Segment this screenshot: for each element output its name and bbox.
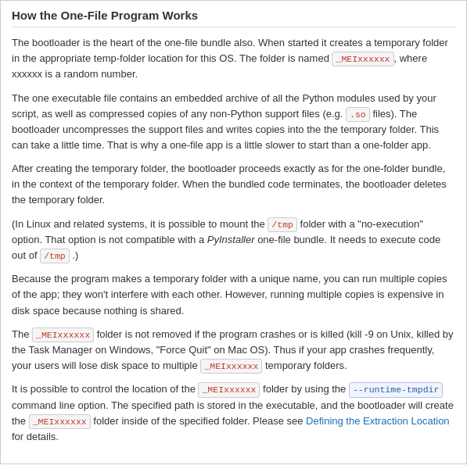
paragraph-7: It is possible to control the location o… [12, 381, 455, 445]
paragraph-2: The one executable file contains an embe… [12, 91, 455, 154]
p1-code1: _MEIxxxxxx [332, 52, 393, 66]
p6-code1: _MEIxxxxxx [32, 327, 94, 342]
p2-code1: .so [346, 107, 370, 122]
paragraph-3: After creating the temporary folder, the… [12, 161, 455, 208]
p6-code2: _MEIxxxxxx [200, 359, 262, 374]
p7-text2: folder by using the [260, 383, 348, 395]
p6-text1: The [12, 328, 32, 340]
p4-code1: /tmp [268, 217, 297, 232]
p3-text1: After creating the temporary folder, the… [12, 163, 447, 206]
p5-text1: Because the program makes a temporary fo… [12, 273, 447, 316]
paragraph-1: The bootloader is the heart of the one-f… [12, 35, 455, 83]
p6-text3: temporary folders. [262, 360, 347, 371]
page-title: How the One-File Program Works [12, 9, 455, 27]
p4-text1: (In Linux and related systems, it is pos… [12, 218, 268, 230]
page-container: How the One-File Program Works The bootl… [0, 0, 467, 464]
paragraph-4: (In Linux and related systems, it is pos… [12, 217, 455, 264]
p7-code2: --runtime-tmpdir [349, 382, 443, 397]
paragraph-6: The _MEIxxxxxx folder is not removed if … [12, 327, 455, 374]
p4-code2: /tmp [40, 249, 70, 263]
p7-text5: for details. [12, 431, 59, 442]
p4-text4: .) [70, 249, 79, 261]
p7-text1: It is possible to control the location o… [12, 383, 198, 395]
p7-code1: _MEIxxxxxx [198, 382, 260, 397]
p7-text4: folder inside of the specified folder. P… [91, 415, 306, 427]
defining-extraction-link[interactable]: Defining the Extraction Location [306, 415, 450, 427]
paragraph-5: Because the program makes a temporary fo… [12, 271, 455, 318]
p4-italic: PyInstaller [207, 234, 255, 245]
p7-code3: _MEIxxxxxx [29, 414, 91, 429]
